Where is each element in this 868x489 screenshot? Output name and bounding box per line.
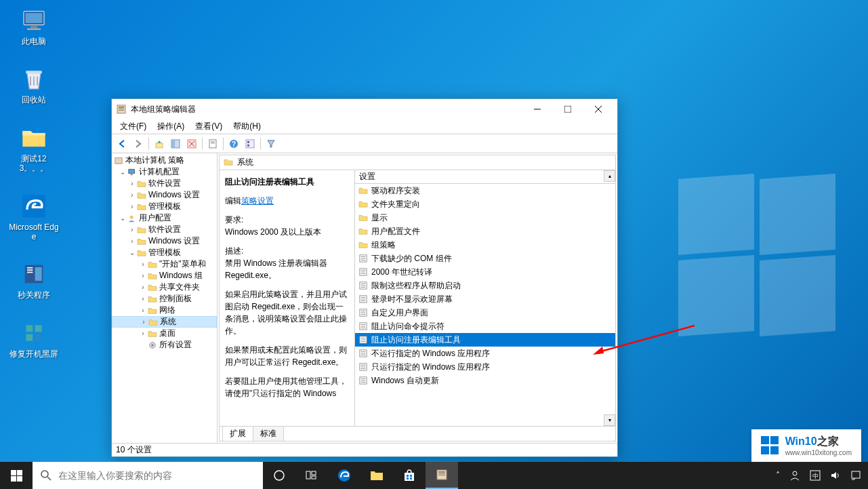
list-item[interactable]: 登录时不显示欢迎屏幕 [355,292,615,306]
start-button[interactable] [0,462,33,489]
tree-item[interactable]: ›软件设置 [112,224,217,235]
list-item[interactable]: 只运行指定的 Windows 应用程序 [355,360,615,374]
edit-policy-link[interactable]: 策略设置 [241,196,274,206]
expand-icon[interactable]: › [139,330,147,337]
setting-icon [358,349,369,358]
expand-icon[interactable]: › [140,318,148,326]
list-column-header[interactable]: 设置 [355,170,615,184]
list-item[interactable]: 自定义用户界面 [355,306,615,319]
tree-item[interactable]: ›Windows 设置 [112,235,217,247]
tree-item[interactable]: ›控制面板 [112,293,217,305]
tree-admin-templates[interactable]: ⌄ 管理模板 [112,247,217,258]
list-item[interactable]: 显示 [355,211,615,224]
svg-rect-8 [27,270,33,271]
tray-up-icon[interactable]: ˄ [776,471,780,480]
collapse-icon[interactable]: ⌄ [119,168,127,176]
collapse-icon[interactable]: ⌄ [128,249,136,256]
taskbar-explorer[interactable] [360,462,393,489]
expand-icon[interactable]: › [128,226,136,233]
scroll-down-button[interactable]: ▾ [604,414,615,426]
desktop-icon-app1[interactable]: 秒关程序 [8,260,60,300]
folder-icon [136,191,147,200]
taskbar-store[interactable] [393,462,426,489]
expand-icon[interactable]: › [139,260,147,268]
taskbar-gpe[interactable] [426,462,458,489]
desktop-icon-this-pc[interactable]: 此电脑 [8,7,60,46]
titlebar[interactable]: 本地组策略编辑器 [112,99,617,119]
tree-item[interactable]: ›Windows 组 [112,270,217,281]
tab-extended[interactable]: 扩展 [222,426,253,441]
expand-icon[interactable]: › [128,203,136,210]
list-item[interactable]: 文件夹重定向 [355,197,615,211]
svg-point-87 [274,471,284,480]
tree-item[interactable]: ›管理模板 [112,201,217,212]
taskbar-edge[interactable] [328,462,360,489]
properties-button[interactable] [205,136,220,151]
cortana-button[interactable] [263,462,295,489]
menu-file[interactable]: 文件(F) [115,119,152,134]
desktop-icon-folder[interactable]: 测试123。。。 [8,124,60,174]
desktop-icon-app2[interactable]: 修复开机黑屏 [8,319,60,359]
setting-icon [358,294,369,304]
tray-people-icon[interactable] [789,470,800,481]
list-item[interactable]: 组策略 [355,238,615,252]
svg-rect-12 [35,325,42,332]
scroll-up-button[interactable]: ▴ [604,170,615,182]
expand-icon[interactable]: › [139,283,147,291]
tab-standard[interactable]: 标准 [253,426,284,441]
menu-help[interactable]: 帮助(H) [228,119,266,134]
taskbar: ˄ 中 [0,462,868,489]
options-button[interactable] [243,136,257,151]
collapse-icon[interactable]: ⌄ [119,214,127,222]
tree-item[interactable]: ›桌面 [112,328,217,339]
list-item[interactable]: 阻止访问注册表编辑工具 [355,333,615,347]
menu-action[interactable]: 操作(A) [152,119,190,134]
tree-item[interactable]: ›网络 [112,305,217,316]
tray-ime-icon[interactable]: 中 [810,470,821,481]
watermark: Win10之家 www.win10xitong.com [751,429,861,462]
filter-button[interactable] [264,136,278,151]
tree-item[interactable]: ›Windows 设置 [112,189,217,201]
expand-icon[interactable]: › [128,191,136,199]
help-button[interactable]: ? [226,136,241,151]
navigation-tree[interactable]: 本地计算机 策略 ⌄ 计算机配置 ›软件设置›Windows 设置›管理模板 ⌄… [112,153,218,443]
delete-button[interactable] [184,136,199,151]
list-item[interactable]: 下载缺少的 COM 组件 [355,252,615,265]
tray-notifications-icon[interactable] [850,470,861,481]
list-item[interactable]: 2000 年世纪转译 [355,265,615,279]
forward-button[interactable] [131,136,146,151]
tree-computer-config[interactable]: ⌄ 计算机配置 [112,166,217,178]
list-item[interactable]: 驱动程序安装 [355,184,615,197]
show-hide-tree-button[interactable] [168,136,183,151]
tree-item[interactable]: ›系统 [112,316,217,328]
list-item[interactable]: 限制这些程序从帮助启动 [355,279,615,292]
tree-root[interactable]: 本地计算机 策略 [112,155,217,166]
list-item[interactable]: 阻止访问命令提示符 [355,319,615,333]
search-input[interactable] [58,470,255,481]
minimize-button[interactable] [522,100,552,119]
tree-item[interactable]: 所有设置 [112,339,217,351]
maximize-button[interactable] [552,100,583,119]
tree-item[interactable]: ›"开始"菜单和 [112,258,217,270]
close-button[interactable] [583,100,613,119]
expand-icon[interactable]: › [128,237,136,245]
up-button[interactable] [152,136,167,151]
tree-item[interactable]: ›软件设置 [112,178,217,189]
tree-item[interactable]: ›共享文件夹 [112,281,217,293]
expand-icon[interactable]: › [128,180,136,187]
list-item[interactable]: Windows 自动更新 [355,374,615,387]
expand-icon[interactable]: › [139,307,147,314]
list-item[interactable]: 用户配置文件 [355,224,615,238]
task-view-button[interactable] [295,462,328,489]
policy-icon [113,156,124,165]
expand-icon[interactable]: › [139,295,147,302]
tree-user-config[interactable]: ⌄ 用户配置 [112,212,217,224]
back-button[interactable] [115,136,129,151]
desktop-icon-edge[interactable]: Microsoft Edge [8,193,60,242]
desktop-icon-recycle-bin[interactable]: 回收站 [8,65,60,104]
tray-volume-icon[interactable] [830,470,841,481]
list-item[interactable]: 不运行指定的 Windows 应用程序 [355,347,615,360]
menu-view[interactable]: 查看(V) [190,119,228,134]
search-box[interactable] [33,462,263,489]
expand-icon[interactable]: › [139,272,147,279]
